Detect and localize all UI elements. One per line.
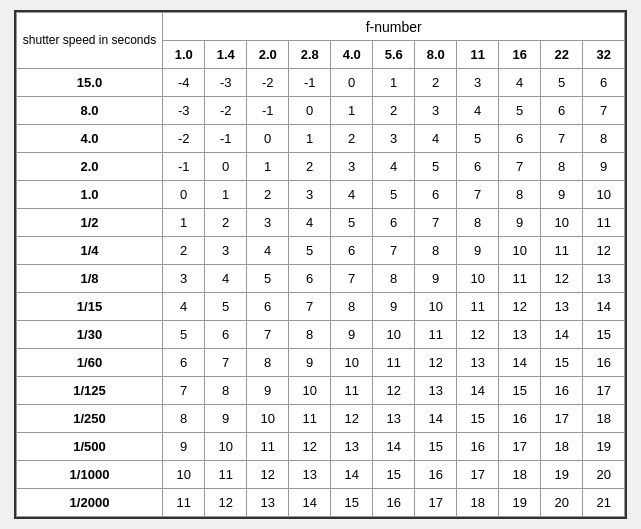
data-cell: 15 — [457, 405, 499, 433]
data-cell: 3 — [289, 181, 331, 209]
data-cell: 3 — [373, 125, 415, 153]
data-cell: 4 — [457, 97, 499, 125]
table-row: 1/500910111213141516171819 — [16, 433, 624, 461]
data-cell: 14 — [541, 321, 583, 349]
data-cell: 4 — [205, 265, 247, 293]
table-row: 1/1257891011121314151617 — [16, 377, 624, 405]
data-cell: 8 — [163, 405, 205, 433]
shutter-value-15.0: 15.0 — [16, 69, 162, 97]
data-cell: 1 — [205, 181, 247, 209]
data-cell: 13 — [331, 433, 373, 461]
ev-table-container: shutter speed in seconds f-number 1.01.4… — [14, 10, 627, 519]
data-cell: -2 — [205, 97, 247, 125]
data-cell: 7 — [499, 153, 541, 181]
data-cell: 12 — [205, 489, 247, 517]
data-cell: -1 — [289, 69, 331, 97]
data-cell: 15 — [583, 321, 625, 349]
shutter-value-1-250: 1/250 — [16, 405, 162, 433]
col-header-2.0: 2.0 — [247, 41, 289, 69]
data-cell: 0 — [331, 69, 373, 97]
data-cell: 6 — [583, 69, 625, 97]
table-row: 1/423456789101112 — [16, 237, 624, 265]
data-cell: 17 — [583, 377, 625, 405]
data-cell: 20 — [583, 461, 625, 489]
data-cell: 4 — [331, 181, 373, 209]
shutter-value-1-30: 1/30 — [16, 321, 162, 349]
data-cell: 16 — [457, 433, 499, 461]
data-cell: 2 — [289, 153, 331, 181]
data-cell: 10 — [205, 433, 247, 461]
data-cell: 1 — [373, 69, 415, 97]
shutter-value-2.0: 2.0 — [16, 153, 162, 181]
table-row: 2.0-10123456789 — [16, 153, 624, 181]
table-row: 1/25089101112131415161718 — [16, 405, 624, 433]
data-cell: 11 — [457, 293, 499, 321]
data-cell: 14 — [499, 349, 541, 377]
col-header-5.6: 5.6 — [373, 41, 415, 69]
data-cell: 7 — [583, 97, 625, 125]
data-cell: 13 — [247, 489, 289, 517]
data-cell: 0 — [289, 97, 331, 125]
data-cell: 8 — [415, 237, 457, 265]
data-cell: 3 — [415, 97, 457, 125]
data-cell: 0 — [205, 153, 247, 181]
data-cell: 19 — [499, 489, 541, 517]
data-cell: 6 — [373, 209, 415, 237]
data-cell: 19 — [583, 433, 625, 461]
data-cell: 9 — [205, 405, 247, 433]
data-cell: 12 — [583, 237, 625, 265]
table-row: 15.0-4-3-2-10123456 — [16, 69, 624, 97]
data-cell: 13 — [373, 405, 415, 433]
data-cell: 1 — [247, 153, 289, 181]
data-cell: 9 — [289, 349, 331, 377]
data-cell: 8 — [499, 181, 541, 209]
data-cell: 4 — [247, 237, 289, 265]
data-cell: 4 — [373, 153, 415, 181]
data-cell: 11 — [331, 377, 373, 405]
data-cell: 2 — [247, 181, 289, 209]
data-cell: 9 — [415, 265, 457, 293]
shutter-value-1-2000: 1/2000 — [16, 489, 162, 517]
data-cell: 3 — [457, 69, 499, 97]
data-cell: 7 — [163, 377, 205, 405]
data-cell: 6 — [205, 321, 247, 349]
shutter-value-1-4: 1/4 — [16, 237, 162, 265]
data-cell: 14 — [457, 377, 499, 405]
data-cell: -2 — [247, 69, 289, 97]
col-header-4.0: 4.0 — [331, 41, 373, 69]
col-header-11: 11 — [457, 41, 499, 69]
data-cell: 6 — [415, 181, 457, 209]
data-cell: 4 — [499, 69, 541, 97]
shutter-value-1-500: 1/500 — [16, 433, 162, 461]
data-cell: 17 — [415, 489, 457, 517]
data-cell: 17 — [541, 405, 583, 433]
data-cell: 14 — [289, 489, 331, 517]
data-cell: 11 — [205, 461, 247, 489]
table-row: 1/3056789101112131415 — [16, 321, 624, 349]
data-cell: 5 — [289, 237, 331, 265]
shutter-value-1-2: 1/2 — [16, 209, 162, 237]
data-cell: 14 — [583, 293, 625, 321]
data-cell: 6 — [457, 153, 499, 181]
data-cell: 11 — [583, 209, 625, 237]
data-cell: 10 — [289, 377, 331, 405]
data-cell: 21 — [583, 489, 625, 517]
data-cell: 9 — [247, 377, 289, 405]
data-cell: 7 — [289, 293, 331, 321]
data-cell: 7 — [373, 237, 415, 265]
data-cell: 9 — [583, 153, 625, 181]
data-cell: 12 — [373, 377, 415, 405]
data-cell: 3 — [247, 209, 289, 237]
data-cell: -3 — [205, 69, 247, 97]
col-header-1.0: 1.0 — [163, 41, 205, 69]
shutter-value-1-1000: 1/1000 — [16, 461, 162, 489]
col-header-8.0: 8.0 — [415, 41, 457, 69]
col-header-1.4: 1.4 — [205, 41, 247, 69]
data-cell: 20 — [541, 489, 583, 517]
table-row: 4.0-2-1012345678 — [16, 125, 624, 153]
data-cell: 2 — [415, 69, 457, 97]
shutter-value-1-60: 1/60 — [16, 349, 162, 377]
data-cell: 8 — [373, 265, 415, 293]
data-cell: 11 — [163, 489, 205, 517]
ev-table: shutter speed in seconds f-number 1.01.4… — [16, 12, 625, 517]
